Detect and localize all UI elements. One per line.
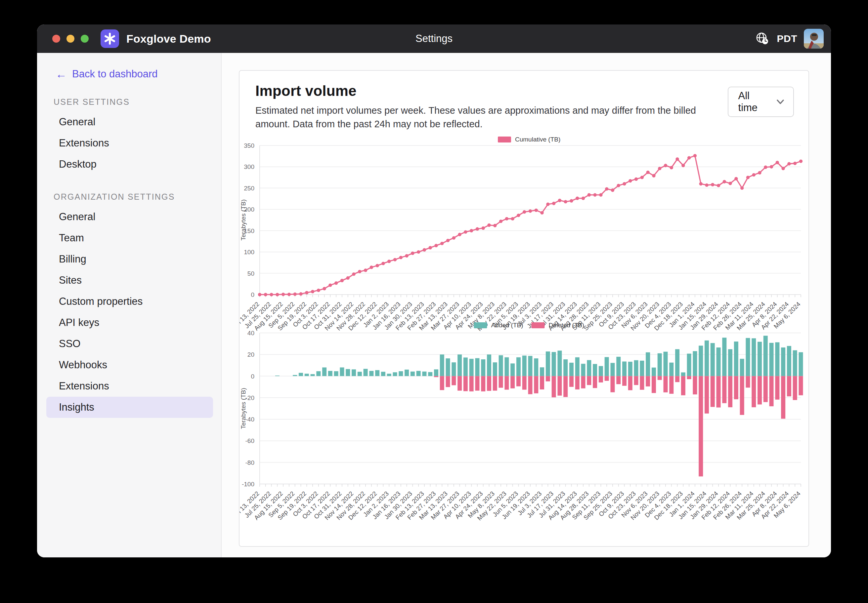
section-label-organization-settings: ORGANIZATION SETTINGS bbox=[54, 192, 221, 202]
svg-text:250: 250 bbox=[244, 185, 254, 192]
svg-text:Terabytes (TB): Terabytes (TB) bbox=[240, 388, 247, 429]
sidebar-item-sso[interactable]: SSO bbox=[46, 333, 213, 354]
svg-text:Terabytes (TB): Terabytes (TB) bbox=[240, 199, 247, 241]
globe-clock-icon[interactable] bbox=[755, 32, 770, 46]
settings-content: Import volume Estimated net import volum… bbox=[222, 53, 831, 557]
svg-text:50: 50 bbox=[247, 270, 254, 277]
svg-text:-60: -60 bbox=[245, 438, 254, 444]
svg-text:-80: -80 bbox=[245, 459, 254, 466]
app-title: Foxglove Demo bbox=[126, 32, 211, 45]
svg-text:Cumulative (TB): Cumulative (TB) bbox=[515, 136, 560, 143]
settings-sidebar: ← Back to dashboard USER SETTINGSGeneral… bbox=[37, 53, 222, 557]
import-volume-card: Import volume Estimated net import volum… bbox=[239, 70, 809, 547]
svg-text:0: 0 bbox=[251, 373, 254, 380]
zoom-window-button[interactable] bbox=[81, 35, 88, 43]
sidebar-item-api-keys[interactable]: API keys bbox=[46, 312, 213, 333]
back-link-label: Back to dashboard bbox=[72, 68, 158, 80]
back-to-dashboard-link[interactable]: ← Back to dashboard bbox=[56, 68, 221, 80]
minimize-window-button[interactable] bbox=[67, 35, 74, 43]
titlebar: Foxglove Demo Settings bbox=[37, 25, 831, 53]
card-title: Import volume bbox=[256, 83, 728, 99]
svg-text:20: 20 bbox=[247, 351, 254, 358]
section-label-user-settings: USER SETTINGS bbox=[54, 97, 221, 107]
window-controls bbox=[52, 35, 88, 43]
svg-text:0: 0 bbox=[251, 291, 254, 298]
avatar[interactable] bbox=[804, 29, 824, 49]
chevron-down-icon bbox=[777, 99, 784, 104]
back-arrow-icon: ← bbox=[56, 68, 67, 80]
sidebar-item-extensions[interactable]: Extensions bbox=[46, 376, 213, 397]
timezone-label[interactable]: PDT bbox=[777, 33, 798, 44]
svg-text:350: 350 bbox=[244, 142, 254, 149]
svg-text:Added (TB): Added (TB) bbox=[491, 322, 523, 329]
sidebar-item-sites[interactable]: Sites bbox=[46, 270, 213, 291]
svg-text:100: 100 bbox=[244, 249, 254, 255]
added-deleted-bar-chart: 40200-20-40-60-80-100Jun 13, 2022Jul 25,… bbox=[240, 321, 808, 547]
sidebar-item-insights[interactable]: Insights bbox=[46, 397, 213, 418]
sidebar-item-billing[interactable]: Billing bbox=[46, 249, 213, 270]
svg-text:40: 40 bbox=[247, 329, 254, 337]
sidebar-item-general-user[interactable]: General bbox=[46, 111, 213, 133]
svg-text:-100: -100 bbox=[242, 481, 254, 488]
svg-text:Deleted (TB): Deleted (TB) bbox=[549, 322, 584, 329]
close-window-button[interactable] bbox=[52, 35, 60, 43]
time-range-value: All time bbox=[738, 90, 771, 114]
card-description: Estimated net import volumes per week. T… bbox=[256, 104, 728, 131]
svg-text:300: 300 bbox=[244, 163, 254, 170]
sidebar-item-webhooks[interactable]: Webhooks bbox=[46, 354, 213, 376]
app-window: Foxglove Demo Settings bbox=[37, 25, 831, 557]
sidebar-item-extensions-user[interactable]: Extensions bbox=[46, 133, 213, 154]
foxglove-logo-icon bbox=[101, 29, 119, 48]
sidebar-item-team[interactable]: Team bbox=[46, 227, 213, 249]
time-range-dropdown[interactable]: All time bbox=[728, 87, 794, 117]
screen: Foxglove Demo Settings bbox=[0, 0, 868, 603]
cumulative-line-chart: 050100150200250300350Jun 13, 2022Jul 25,… bbox=[240, 134, 808, 332]
sidebar-item-desktop-user[interactable]: Desktop bbox=[46, 154, 213, 175]
sidebar-item-general[interactable]: General bbox=[46, 206, 213, 227]
sidebar-item-custom-properties[interactable]: Custom properties bbox=[46, 291, 213, 312]
